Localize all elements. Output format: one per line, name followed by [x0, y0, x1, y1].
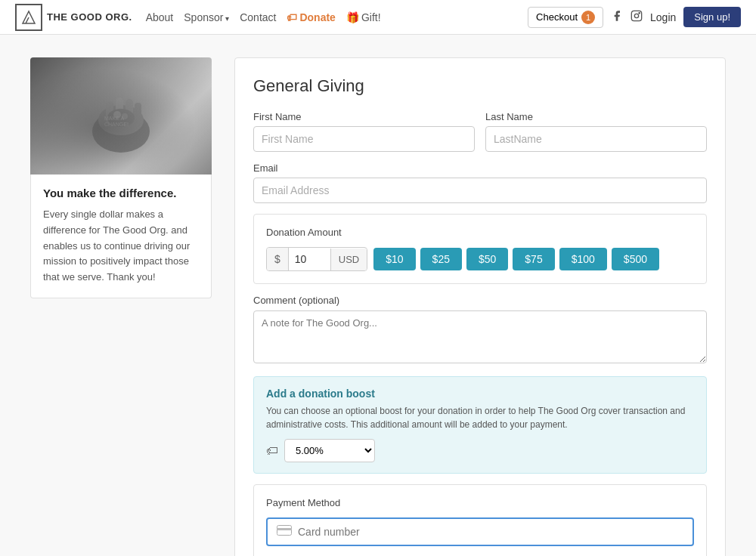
last-name-group: Last Name — [485, 111, 707, 152]
preset-75[interactable]: $75 — [513, 248, 554, 270]
nav-sponsor[interactable]: Sponsor — [184, 11, 229, 23]
svg-rect-17 — [277, 528, 292, 530]
boost-description: You can choose an optional boost for you… — [266, 404, 694, 431]
gift-icon: 🎁 — [346, 11, 359, 23]
donate-icon: 🏷 — [287, 11, 297, 23]
sidebar-description: Every single dollar makes a difference f… — [43, 207, 199, 286]
svg-line-1 — [26, 17, 29, 23]
boost-input-row: 🏷 5.00% 3.00% 1.00% 0.00% — [266, 439, 694, 462]
amount-prefix: $ — [267, 248, 289, 270]
payment-section: Payment Method 🔒 Donate ($10.50) — [253, 484, 707, 556]
boost-icon: 🏷 — [266, 444, 278, 458]
checkout-label: Checkout — [536, 11, 578, 23]
nav-contact[interactable]: Contact — [240, 11, 276, 23]
card-icon — [277, 525, 292, 539]
brand-name: The Good Org. — [47, 11, 132, 23]
preset-50[interactable]: $50 — [466, 248, 508, 270]
navbar: The Good Org. About Sponsor Contact 🏷 Do… — [0, 0, 756, 35]
logo-icon — [15, 4, 42, 31]
preset-25[interactable]: $25 — [420, 248, 462, 270]
form-title: General Giving — [253, 76, 707, 96]
sidebar-image: MAKE A CHANGE! — [30, 57, 212, 175]
first-name-input[interactable] — [253, 126, 475, 152]
sidebar-tagline: You make the difference. — [43, 187, 199, 199]
brand-logo[interactable]: The Good Org. — [15, 4, 132, 31]
email-group: Email — [253, 162, 707, 203]
sidebar: MAKE A CHANGE! You make the difference. … — [30, 57, 212, 556]
sidebar-card: You make the difference. Every single do… — [30, 175, 212, 298]
preset-10[interactable]: $10 — [373, 248, 415, 270]
nav-donate[interactable]: 🏷 Donate — [287, 11, 335, 23]
boost-title: Add a donation boost — [266, 388, 694, 400]
email-label: Email — [253, 162, 707, 174]
donation-amount-section: Donation Amount $ USD $10 $25 $50 $75 $1… — [253, 214, 707, 284]
first-name-group: First Name — [253, 111, 475, 152]
nav-links: About Sponsor Contact 🏷 Donate 🎁 Gift! — [146, 11, 514, 23]
payment-method-label: Payment Method — [266, 497, 694, 508]
nav-about[interactable]: About — [146, 11, 174, 23]
svg-point-3 — [634, 14, 638, 17]
main-content: MAKE A CHANGE! You make the difference. … — [15, 35, 741, 556]
instagram-icon[interactable] — [631, 10, 643, 25]
last-name-label: Last Name — [485, 111, 707, 122]
amount-row: $ USD $10 $25 $50 $75 $100 $500 — [266, 247, 694, 271]
amount-suffix: USD — [330, 249, 367, 270]
name-row: First Name Last Name — [253, 111, 707, 152]
amount-input[interactable] — [289, 248, 330, 270]
checkout-button[interactable]: Checkout 1 — [528, 7, 603, 28]
preset-100[interactable]: $100 — [559, 248, 607, 270]
comment-section: Comment (optional) — [253, 295, 707, 366]
comment-label: Comment (optional) — [253, 295, 707, 306]
nav-gift[interactable]: 🎁 Gift! — [346, 11, 381, 23]
preset-buttons: $10 $25 $50 $75 $100 $500 — [373, 248, 659, 270]
amount-input-group: $ USD — [266, 247, 367, 271]
svg-rect-2 — [631, 11, 641, 20]
donation-form-panel: General Giving First Name Last Name Emai… — [234, 57, 726, 556]
first-name-label: First Name — [253, 111, 475, 122]
donation-amount-label: Donation Amount — [266, 227, 694, 238]
facebook-icon[interactable] — [611, 10, 623, 25]
signup-button[interactable]: Sign up! — [683, 7, 741, 27]
preset-500[interactable]: $500 — [612, 248, 659, 270]
boost-select[interactable]: 5.00% 3.00% 1.00% 0.00% — [284, 439, 375, 462]
email-input[interactable] — [253, 178, 707, 203]
nav-right: Checkout 1 Login Sign up! — [528, 7, 741, 28]
svg-point-4 — [639, 12, 640, 13]
card-number-input[interactable] — [298, 526, 683, 538]
card-input-group — [266, 517, 694, 546]
boost-section: Add a donation boost You can choose an o… — [253, 376, 707, 474]
checkout-count: 1 — [581, 11, 595, 24]
comment-textarea[interactable] — [253, 310, 707, 363]
last-name-input[interactable] — [485, 126, 707, 152]
login-button[interactable]: Login — [650, 11, 676, 23]
